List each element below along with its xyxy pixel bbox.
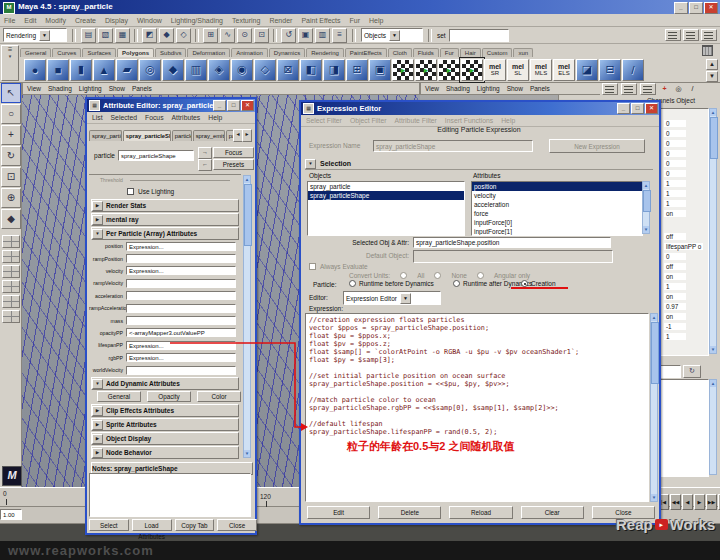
scale-tool[interactable]: ⊡	[1, 167, 21, 187]
general-button[interactable]: General	[97, 391, 141, 402]
shelf-scroll-up-icon[interactable]: ▲	[706, 59, 718, 70]
poly-extrude-icon[interactable]: ⊠	[277, 59, 299, 81]
render-globals-icon[interactable]: ≡	[332, 28, 347, 43]
ae-tab-spray-particleshape[interactable]: spray_particleShape	[123, 130, 171, 141]
menu-file[interactable]: File	[4, 17, 15, 24]
shelf-misc-icon-1[interactable]: ◪	[576, 59, 598, 81]
clear-button[interactable]: Clear	[521, 506, 584, 519]
minimize-icon[interactable]: _	[617, 103, 630, 114]
scroll-down-icon[interactable]: ▼	[643, 226, 649, 233]
notes-area[interactable]	[89, 473, 251, 517]
mel-script-mls-icon[interactable]: melMLS	[530, 59, 552, 81]
expand-icon[interactable]: ▶	[92, 448, 103, 458]
ae-attr-field[interactable]: Expression...	[126, 266, 236, 275]
copy-tab-button[interactable]: Copy Tab	[175, 519, 215, 531]
select-component-icon[interactable]: ◇	[176, 28, 191, 43]
lasso-select-tool[interactable]: ○	[1, 104, 21, 124]
close-icon[interactable]: ✕	[241, 100, 254, 111]
load-attributes-button[interactable]: Load Attributes	[132, 519, 172, 531]
ae-section-add-dynamic-attributes[interactable]: ▼ Add Dynamic Attributes	[91, 377, 239, 390]
panel-menu-lighting[interactable]: Lighting	[477, 85, 500, 92]
attribute-item-position[interactable]: position	[472, 182, 642, 191]
close-icon[interactable]: ✕	[645, 103, 658, 114]
show-attribute-editor-icon[interactable]	[665, 29, 681, 41]
menu-paint-effects[interactable]: Paint Effects	[301, 17, 340, 24]
menuset-dropdown[interactable]: Rendering ▼	[3, 28, 67, 42]
channel-value[interactable]: 0	[664, 140, 686, 147]
shelf-tab-deformation[interactable]: Deformation	[187, 48, 230, 57]
ae-menu-list[interactable]: List	[92, 114, 103, 121]
expand-icon[interactable]: ▶	[92, 420, 103, 430]
channel-value[interactable]: on	[664, 273, 686, 280]
scroll-up-icon[interactable]: ▲	[643, 182, 649, 189]
ipr-render-icon[interactable]: ▥	[315, 28, 330, 43]
shelf-tab-general[interactable]: General	[20, 48, 51, 57]
ae-attr-field[interactable]: Expression...	[126, 242, 236, 251]
scroll-up-icon[interactable]: ▲	[651, 314, 657, 321]
channel-value[interactable]: 0	[664, 120, 686, 127]
poly-platonic-icon[interactable]: ◇	[254, 59, 276, 81]
channel-value[interactable]: 1	[664, 283, 686, 290]
shelf-scroll-down-icon[interactable]: ▼	[706, 71, 718, 82]
ex-menu-attribute-filter[interactable]: Attribute Filter	[395, 117, 437, 124]
ae-attr-field[interactable]: Expression...	[126, 353, 236, 362]
pin-out-icon[interactable]: ←	[198, 159, 212, 171]
menu-edit[interactable]: Edit	[24, 17, 36, 24]
attribute-item-inputforce-0[interactable]: inputForce[0]	[472, 218, 642, 227]
ae-menu-selected[interactable]: Selected	[111, 114, 137, 121]
shelf-misc-icon-2[interactable]: ⊟	[599, 59, 621, 81]
attributes-list-scrollbar[interactable]: ▲ ▼	[642, 181, 650, 234]
open-scene-icon[interactable]: ▧	[98, 28, 113, 43]
snap-grid-icon[interactable]: ⊞	[203, 28, 218, 43]
convert-units-none-radio[interactable]	[434, 272, 441, 279]
shelf-tab-fur[interactable]: Fur	[440, 48, 459, 57]
expand-icon[interactable]: ▶	[92, 434, 103, 444]
selection-mode-icon[interactable]: ◎	[673, 84, 684, 94]
mel-script-sr-icon[interactable]: melSR	[484, 59, 506, 81]
channel-value[interactable]: 0	[664, 253, 686, 260]
playback-[interactable]: ◀	[682, 494, 693, 510]
poly-helix-icon[interactable]: ◈	[208, 59, 230, 81]
snap-curve-icon[interactable]: ∿	[220, 28, 235, 43]
object-item-spray-particleshape[interactable]: spray_particleShape	[308, 191, 464, 200]
ae-attr-field[interactable]	[126, 366, 236, 375]
object-item-spray-particle[interactable]: spray_particle	[308, 182, 464, 191]
scroll-down-icon[interactable]: ▼	[244, 450, 250, 457]
panel-menu-panels[interactable]: Panels	[132, 85, 152, 92]
channel-box-scrollbar[interactable]: ▲ ▼	[709, 108, 717, 354]
layout-single-pane-button[interactable]	[2, 235, 20, 248]
layer-list-scrollbar[interactable]: ▲	[709, 379, 717, 475]
close-button[interactable]: Close	[217, 519, 257, 531]
ae-section-render-stats[interactable]: ▶Render Stats	[91, 199, 239, 212]
reload-button[interactable]: Reload	[449, 506, 512, 519]
always-evaluate-checkbox[interactable]	[309, 263, 316, 270]
channel-value[interactable]: 1	[664, 333, 686, 340]
shelf-tab-cloth[interactable]: Cloth	[388, 48, 412, 57]
show-tool-settings-icon[interactable]	[683, 29, 699, 41]
channel-value[interactable]: lifespanPP o	[664, 243, 703, 250]
panel-menu-show[interactable]: Show	[109, 85, 125, 92]
ex-menu-help[interactable]: Help	[501, 117, 515, 124]
select-tool[interactable]: ↖	[1, 83, 21, 103]
collapse-icon[interactable]: ▼	[92, 379, 103, 389]
shelf-tab-surfaces[interactable]: Surfaces	[82, 48, 116, 57]
scroll-up-icon[interactable]: ▲	[244, 176, 250, 183]
expand-icon[interactable]: ▶	[92, 406, 103, 416]
select-object-icon[interactable]: ◆	[159, 28, 174, 43]
selection-mask-dropdown[interactable]: Objects ▼	[361, 28, 423, 42]
poly-cube-icon[interactable]: ■	[47, 59, 69, 81]
ae-tab-particle[interactable]: particle	[172, 130, 192, 141]
app-title-bar[interactable]: M Maya 4.5 : spray_particle _ □ ✕	[0, 0, 720, 14]
save-scene-icon[interactable]: ▦	[115, 28, 130, 43]
attribute-editor-title-bar[interactable]: ▦ Attribute Editor: spray_particle _ □ ✕	[87, 99, 255, 112]
menu-render[interactable]: Render	[269, 17, 292, 24]
threshold-slider[interactable]	[130, 180, 230, 181]
poly-soccer-icon[interactable]: ◉	[231, 59, 253, 81]
expression-editor-title-bar[interactable]: ▦ Expression Editor _ □ ✕	[301, 102, 659, 115]
pin-in-icon[interactable]: →	[198, 147, 212, 159]
poly-split-icon[interactable]: ▣	[369, 59, 391, 81]
layout-persp-multi-button[interactable]	[2, 310, 20, 323]
poly-plane-icon[interactable]: ▰	[116, 59, 138, 81]
convert-units-angular-radio[interactable]	[477, 272, 484, 279]
convert-units-all-radio[interactable]	[400, 272, 407, 279]
